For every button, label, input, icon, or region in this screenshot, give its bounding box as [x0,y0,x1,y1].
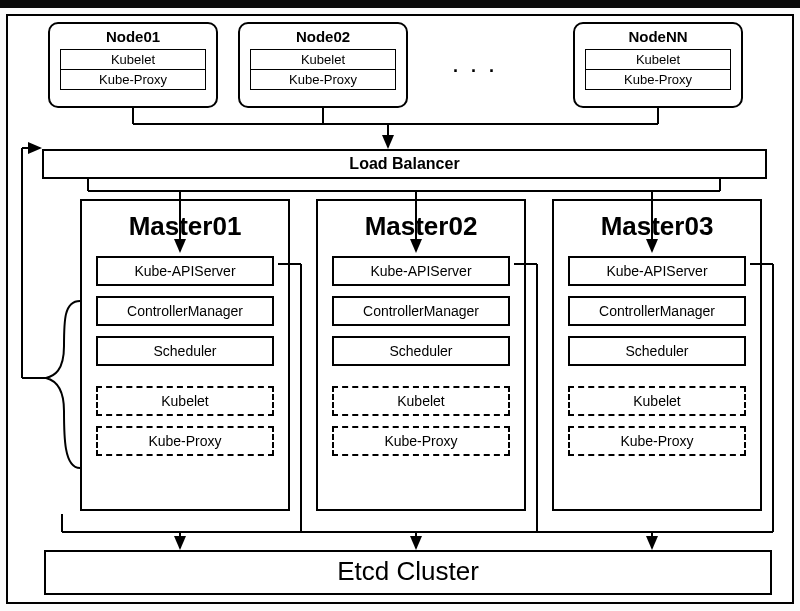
cell-controllermanager: ControllerManager [96,296,274,326]
node-box-node02: Node02 Kubelet Kube-Proxy [238,22,408,108]
load-balancer-box: Load Balancer [42,149,767,179]
cell-scheduler: Scheduler [332,336,510,366]
cell-scheduler: Scheduler [568,336,746,366]
node-title: Node02 [240,28,406,45]
load-balancer-label: Load Balancer [349,155,459,172]
cell-apiserver: Kube-APIServer [332,256,510,286]
slot-kubelet: Kubelet [585,49,731,70]
node-title: Node01 [50,28,216,45]
node-box-node01: Node01 Kubelet Kube-Proxy [48,22,218,108]
master-box-master02: Master02 Kube-APIServer ControllerManage… [316,199,526,511]
slot-kubeproxy: Kube-Proxy [250,70,396,90]
master-box-master01: Master01 Kube-APIServer ControllerManage… [80,199,290,511]
node-title: NodeNN [575,28,741,45]
cell-controllermanager: ControllerManager [568,296,746,326]
window-top-edge [0,0,800,8]
node-box-nodeNN: NodeNN Kubelet Kube-Proxy [573,22,743,108]
ellipsis: . . . [453,56,498,77]
cell-scheduler: Scheduler [96,336,274,366]
slot-kubeproxy: Kube-Proxy [585,70,731,90]
cell-apiserver: Kube-APIServer [96,256,274,286]
cell-kubelet: Kubelet [96,386,274,416]
node-slots: Kubelet Kube-Proxy [50,45,216,96]
cell-kubeproxy: Kube-Proxy [96,426,274,456]
slot-kubelet: Kubelet [60,49,206,70]
node-slots: Kubelet Kube-Proxy [240,45,406,96]
outer-frame: Node01 Kubelet Kube-Proxy Node02 Kubelet… [6,14,794,604]
node-slots: Kubelet Kube-Proxy [575,45,741,96]
cell-kubelet: Kubelet [332,386,510,416]
slot-kubelet: Kubelet [250,49,396,70]
cell-kubeproxy: Kube-Proxy [332,426,510,456]
diagram-root: Node01 Kubelet Kube-Proxy Node02 Kubelet… [0,0,800,611]
cell-kubelet: Kubelet [568,386,746,416]
cell-apiserver: Kube-APIServer [568,256,746,286]
etcd-box: Etcd Cluster [44,550,772,595]
slot-kubeproxy: Kube-Proxy [60,70,206,90]
master-box-master03: Master03 Kube-APIServer ControllerManage… [552,199,762,511]
cell-kubeproxy: Kube-Proxy [568,426,746,456]
cell-controllermanager: ControllerManager [332,296,510,326]
master-title: Master02 [318,211,524,242]
etcd-label: Etcd Cluster [337,556,479,586]
master-title: Master03 [554,211,760,242]
master-title: Master01 [82,211,288,242]
